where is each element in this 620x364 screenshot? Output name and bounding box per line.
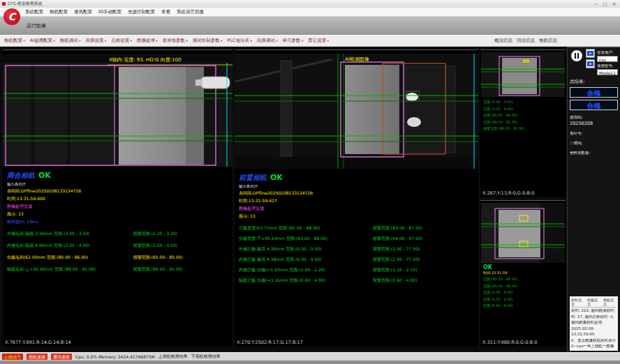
measure-value: 隔膜正极-负极(=3.16mm 范围:(0.60 - 4.00) bbox=[239, 278, 373, 284]
menu-comm-config[interactable]: 通讯配置 bbox=[74, 9, 92, 15]
preview-line: 范围:(88.00 - 92.00) bbox=[483, 119, 563, 126]
stats-tab-camera[interactable]: 相机信息 bbox=[603, 298, 617, 306]
toolbar-test-draw-params[interactable]: 测试绘制参数 bbox=[193, 38, 223, 44]
mid-camera-name: 前置相机 bbox=[239, 174, 267, 181]
toolbar-plc-address[interactable]: PLC地址表 bbox=[228, 38, 252, 44]
mid-measure-rows: 正极宽度(63.77mm 范围:(82.00 - 88.00)报警范围:(83.… bbox=[239, 225, 474, 284]
toolbar-advanced-settings[interactable]: 高级设置 bbox=[85, 38, 106, 44]
toolbar-spot-check[interactable]: 点检设置 bbox=[111, 38, 132, 44]
alarm-range: 报警范围:(65.00 - 85.00) bbox=[133, 255, 183, 261]
bottom-strip bbox=[0, 361, 620, 364]
alarm-range: 报警范围:(89.00 - 91.00) bbox=[133, 266, 183, 273]
alarm-range: 报警范围:(2.20 - 3.20) bbox=[133, 231, 177, 237]
mid-overlay-text: AI检测图像 bbox=[345, 56, 369, 62]
measure-value: 负极宽度-下+95.24mm 范围:(93.00 - 98.00) bbox=[239, 236, 373, 242]
toolbar: 相机配置 AI使用配置 相机调试 高级设置 点检设置 图像处理 基准线参数 测试… bbox=[0, 35, 620, 47]
result-box-upper: 合格 bbox=[570, 87, 618, 98]
left-camera-title: 商合相机OK bbox=[7, 171, 228, 181]
stats-line: 0、显示图像联机耗时合计 bbox=[571, 338, 617, 344]
maximize-button[interactable]: □ bbox=[601, 1, 609, 6]
menu-system-config[interactable]: 系统配置 bbox=[25, 9, 43, 15]
measure-row-warning: 负极毛刺(62.05mm 范围:(80.00 - 86.00)报警范围:(65.… bbox=[7, 255, 228, 261]
window-title: CYS-视觉检测系统 bbox=[8, 1, 43, 7]
camera-icon bbox=[587, 51, 593, 56]
alarm-range: 报警范围:(0.60 - 4.00) bbox=[373, 278, 417, 284]
toolbar-ai-config[interactable]: AI使用配置 bbox=[30, 38, 55, 44]
toolbar-camera-debug[interactable]: 相机调试 bbox=[60, 38, 81, 44]
measure-value: 隔膜毛刺-上+90.56mm 范围:(88.00 - 92.00) bbox=[7, 266, 133, 273]
login-user-field[interactable]: cys bbox=[597, 56, 618, 62]
menu-camera-config[interactable]: 相机配置 bbox=[50, 9, 68, 15]
measure-row: 外侧正极-极耳:4.58mm 范围:(0.00 - 9.00)报警范围:(2.0… bbox=[239, 246, 474, 252]
alarm-range: 报警范围:(83.00 - 87.00) bbox=[373, 225, 422, 232]
camera-view-button-2[interactable] bbox=[586, 59, 595, 68]
preview-1: 范围:(3.00 - 3.50) 范围:(3.00 - 4.00) 范围:(80… bbox=[480, 50, 566, 197]
alarm-range: 报警范围:(2.00 - 77.00) bbox=[373, 246, 420, 252]
menu-light-control-config[interactable]: 光源控制配置 bbox=[128, 9, 155, 15]
toolbar-baseline-params[interactable]: 基准线参数 bbox=[163, 38, 188, 44]
measure-row: 隔膜毛刺-上+90.56mm 范围:(88.00 - 92.00)报警范围:(8… bbox=[7, 266, 228, 273]
measure-row: 内侧毛刺-隔膜:4.60mm 范围:(3.00 - 4.00)报警范围:(3.0… bbox=[7, 243, 228, 249]
left-status-ok: OK bbox=[38, 171, 51, 180]
measure-row: 外侧毛刺-隔膜:3.50mm 范围:(3.00 - 3.50)报警范围:(2.2… bbox=[7, 231, 228, 237]
measure-row: 内侧正极-负极(=1.93mm 范围:(1.00 - 2.20)报警范围:(1.… bbox=[239, 267, 474, 273]
model-label: 使用型号: bbox=[597, 63, 618, 68]
qr-code-label: 二维码: bbox=[570, 141, 618, 146]
stats-tab-time[interactable]: 耗时信息 bbox=[571, 298, 584, 306]
stats-line: 视码图像耗时处理: bbox=[571, 319, 617, 326]
toolbar-advanced-debug[interactable]: 高级调试 bbox=[257, 38, 278, 44]
mid-camera-image[interactable]: AI检测图像 bbox=[235, 54, 478, 169]
left-measure-rows: 外侧毛刺-隔膜:3.50mm 范围:(3.00 - 3.50)报警范围:(2.2… bbox=[7, 231, 228, 273]
preview-line: 范围:(3.00 - 4.00) bbox=[483, 106, 563, 113]
left-overlay-text: X轴内:宽度: 93. HO:G 向度:100 bbox=[109, 56, 181, 63]
menu-bar: 系统配置 相机配置 通讯配置 IO手动配置 光源控制配置 查看 系统语言切换 bbox=[0, 8, 620, 17]
info-tabs: 概况信息 消息信息 相机信息 bbox=[494, 38, 557, 44]
tab-camera-info[interactable]: 相机信息 bbox=[539, 38, 557, 44]
preview-1-lines: 范围:(3.00 - 3.50) 范围:(3.00 - 4.00) 范围:(80… bbox=[480, 98, 566, 134]
camera-view-button-1[interactable] bbox=[586, 49, 595, 58]
model-field[interactable]: Mode11 bbox=[597, 69, 618, 75]
virtual-code-value: 20250208 bbox=[570, 121, 618, 126]
toolbar-image-process[interactable]: 图像处理 bbox=[137, 38, 158, 44]
left-elapsed: 耗时统计: 13ms bbox=[7, 219, 228, 225]
stats-panel: 耗时信息 性能信息 相机信息 耗时: 222, 视码检测耗时: 时: 17, 视… bbox=[570, 296, 618, 351]
left-camera-image[interactable]: X轴内:宽度: 93. HO:G 向度:100 bbox=[3, 54, 232, 167]
alarm-range: 报警范围:(2.00 - 77.00) bbox=[373, 257, 420, 263]
menu-io-manual-config[interactable]: IO手动配置 bbox=[98, 9, 121, 15]
measure-value: 正极宽度(63.77mm 范围:(82.00 - 88.00) bbox=[239, 225, 373, 232]
app-icon bbox=[2, 2, 6, 6]
mid-process-done: 图像处理完成 bbox=[239, 206, 474, 212]
toolbar-learn-params[interactable]: 学习参数 bbox=[283, 38, 304, 44]
tab-run-image[interactable]: 运行图像 bbox=[27, 22, 46, 29]
mid-output-line: 输出条码开 bbox=[239, 184, 474, 189]
tab-message-info[interactable]: 消息信息 bbox=[517, 38, 535, 44]
stats-tab-perf[interactable]: 性能信息 bbox=[587, 298, 600, 306]
mid-camera-view: AI检测图像 前置相机OK 输出条码开 条码码:DFfline202502081… bbox=[235, 50, 478, 347]
menu-view[interactable]: 查看 bbox=[161, 9, 170, 15]
left-pixel-coordinate: X:7677,Y:891;R:14;G:14;B:14 bbox=[3, 339, 232, 347]
stats-line: 0~cys一件上相机一图像 bbox=[571, 343, 617, 349]
stock-count-label: 壳料库数量: bbox=[570, 151, 618, 156]
minimize-button[interactable]: ─ bbox=[592, 1, 600, 6]
alarm-range: 报警范围:(1.10 - 2.10) bbox=[373, 267, 417, 273]
menu-language-switch[interactable]: 系统语言切换 bbox=[177, 9, 204, 15]
pause-button[interactable] bbox=[570, 49, 584, 63]
alarm-range: 报警范围:(94.00 - 97.00) bbox=[373, 236, 422, 242]
mid-time: 时间:13-31-59-627 bbox=[239, 198, 474, 204]
stats-line: 处理耗时: 258.00ms bbox=[571, 349, 617, 351]
preview-line: 范围:(0.00 - 9.00) bbox=[483, 289, 563, 296]
preview-2-lines: 范围:(82.00 - 88.00) 范围:(93.00 - 98.00) 范围… bbox=[480, 275, 566, 311]
camera-icon bbox=[587, 61, 593, 66]
close-button[interactable]: ✕ bbox=[610, 1, 618, 6]
tab-overview-info[interactable]: 概况信息 bbox=[494, 38, 512, 44]
toolbar-other-settings[interactable]: 其它设置 bbox=[308, 38, 329, 44]
measure-row: 隔膜正极-负极(=3.16mm 范围:(0.60 - 4.00)报警范围:(0.… bbox=[239, 278, 474, 284]
preview-2-image[interactable] bbox=[481, 203, 565, 263]
preview-1-image[interactable] bbox=[481, 52, 565, 97]
left-display-count: 颜示: 13 bbox=[7, 211, 228, 218]
comm-link-status-badge: 通讯连接 bbox=[51, 354, 72, 360]
toolbar-camera-config[interactable]: 相机配置 bbox=[4, 38, 25, 44]
preview-line: 范围:(0.60 - 4.00) bbox=[483, 303, 563, 310]
login-user-label: 登录用户: bbox=[597, 50, 618, 55]
preview-2-coordinate: X:311;Y:980;R:0;G:0;B:0 bbox=[480, 339, 566, 347]
